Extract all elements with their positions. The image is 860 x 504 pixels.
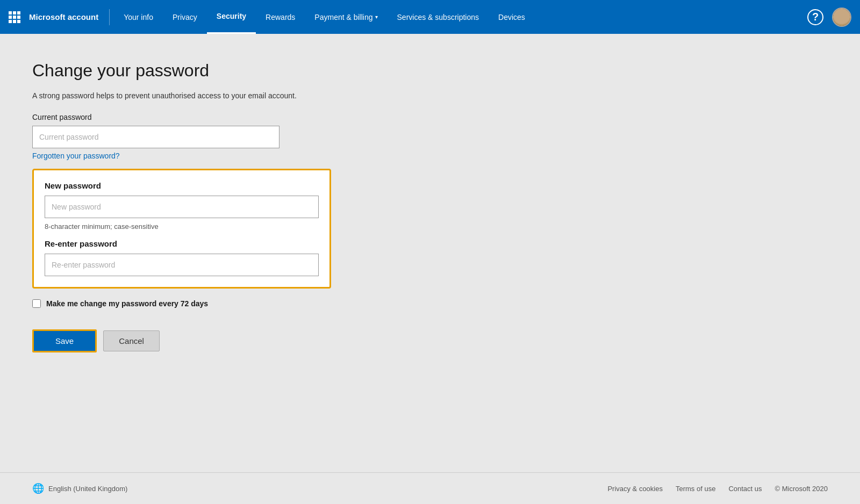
- page-subtitle: A strong password helps to prevent unaut…: [32, 91, 828, 100]
- copyright-text: © Microsoft 2020: [775, 485, 828, 493]
- form-actions: Save Cancel: [32, 329, 828, 352]
- password-hint: 8-character minimum; case-sensitive: [45, 222, 319, 231]
- page-footer: 🌐 English (United Kingdom) Privacy & coo…: [0, 472, 860, 504]
- terms-of-use-link[interactable]: Terms of use: [676, 485, 715, 493]
- nav-privacy[interactable]: Privacy: [163, 0, 207, 34]
- page-title: Change your password: [32, 61, 828, 81]
- user-avatar[interactable]: [832, 8, 851, 27]
- nav-your-info[interactable]: Your info: [114, 0, 163, 34]
- language-label[interactable]: English (United Kingdom): [48, 485, 127, 493]
- save-button[interactable]: Save: [32, 329, 97, 352]
- navigation-bar: Microsoft account Your info Privacy Secu…: [0, 0, 860, 34]
- re-enter-password-label: Re-enter password: [45, 239, 319, 248]
- nav-services-subscriptions[interactable]: Services & subscriptions: [388, 0, 489, 34]
- forgot-password-link[interactable]: Forgotten your password?: [32, 152, 828, 160]
- new-password-input[interactable]: [45, 196, 319, 218]
- nav-links: Your info Privacy Security Rewards Payme…: [114, 0, 807, 34]
- re-enter-password-input[interactable]: [45, 254, 319, 276]
- nav-security[interactable]: Security: [207, 0, 256, 34]
- cancel-button[interactable]: Cancel: [103, 330, 160, 351]
- nav-payment-billing[interactable]: Payment & billing ▾: [305, 0, 387, 34]
- new-password-label: New password: [45, 181, 319, 190]
- help-button[interactable]: ?: [807, 9, 823, 25]
- nav-devices[interactable]: Devices: [489, 0, 535, 34]
- current-password-label: Current password: [32, 113, 828, 121]
- password-rotation-checkbox[interactable]: [32, 299, 41, 308]
- password-rotation-checkbox-row: Make me change my password every 72 days: [32, 299, 828, 308]
- privacy-cookies-link[interactable]: Privacy & cookies: [607, 485, 663, 493]
- nav-divider: [109, 9, 110, 25]
- footer-language: 🌐 English (United Kingdom): [32, 483, 127, 494]
- nav-rewards[interactable]: Rewards: [256, 0, 305, 34]
- brand-title[interactable]: Microsoft account: [29, 12, 98, 21]
- current-password-input[interactable]: [32, 126, 280, 148]
- apps-grid-icon[interactable]: [9, 11, 20, 23]
- globe-icon: 🌐: [32, 483, 44, 494]
- chevron-down-icon: ▾: [375, 14, 378, 20]
- new-password-section: New password 8-character minimum; case-s…: [32, 169, 331, 289]
- main-content: Change your password A strong password h…: [0, 34, 860, 472]
- nav-right-controls: ?: [807, 8, 851, 27]
- current-password-group: Current password Forgotten your password…: [32, 113, 828, 160]
- password-rotation-label: Make me change my password every 72 days: [46, 299, 208, 308]
- footer-links: Privacy & cookies Terms of use Contact u…: [607, 485, 828, 493]
- contact-us-link[interactable]: Contact us: [728, 485, 762, 493]
- avatar-image: [833, 9, 850, 26]
